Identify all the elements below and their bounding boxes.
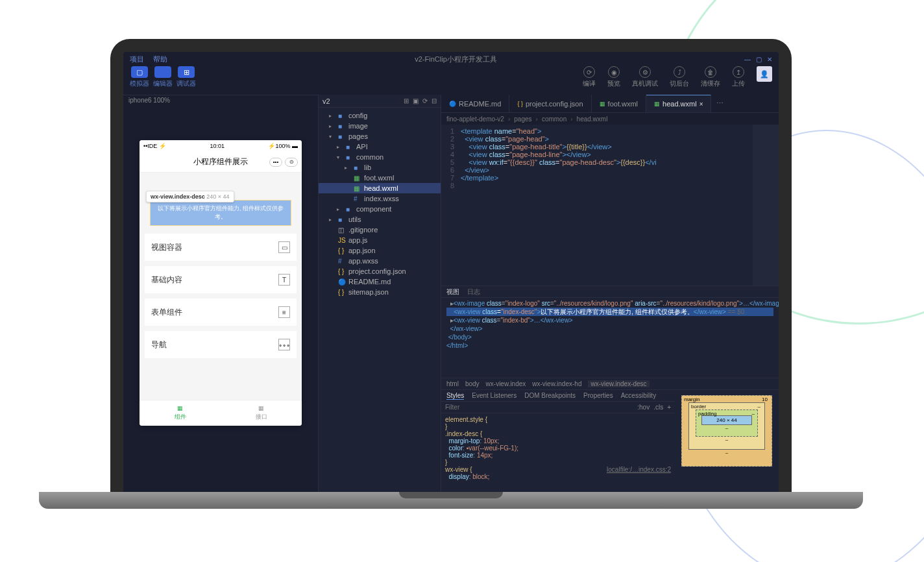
status-battery: ⚡100% ▬ [268, 143, 298, 149]
laptop-frame: 项目 帮助 v2-FinClip小程序开发工具 — ▢ ✕ ▢模拟器编辑器⊞调试… [110, 39, 792, 506]
tree-utils[interactable]: ▸■utils [319, 214, 441, 225]
styles-list[interactable]: element.style {}.index-desc {</span></di… [441, 413, 675, 493]
tree-API[interactable]: ▸■API [319, 141, 441, 152]
mode-调试器[interactable]: ⊞调试器 [176, 66, 196, 88]
ide-window: 项目 帮助 v2-FinClip小程序开发工具 — ▢ ✕ ▢模拟器编辑器⊞调试… [123, 52, 779, 493]
styletab-Styles[interactable]: Styles [446, 392, 464, 400]
close-icon[interactable]: ✕ [767, 56, 772, 63]
action-预览[interactable]: ◉预览 [607, 66, 620, 88]
phone-simulator: ••IDE ⚡ 10:01 ⚡100% ▬ 小程序组件展示 ••• ⊙ [140, 140, 302, 426]
action-切后台[interactable]: ⤴切后台 [670, 66, 689, 88]
menu-project[interactable]: 项目 [130, 55, 144, 64]
tree-app.wxss[interactable]: #app.wxss [319, 256, 441, 266]
tree-common[interactable]: ▾■common [319, 152, 441, 162]
tree-app.js[interactable]: JSapp.js [319, 235, 441, 245]
tree-index.wxss[interactable]: #index.wxss [319, 193, 441, 204]
styles-filter-input[interactable] [441, 404, 633, 411]
tab-接口[interactable]: ▦接口 [221, 400, 302, 426]
window-title: v2-FinClip小程序开发工具 [176, 55, 735, 64]
mode-编辑器[interactable]: 编辑器 [153, 66, 173, 88]
tree-foot.wxml[interactable]: ▦foot.wxml [319, 173, 441, 183]
devtab-视图[interactable]: 视图 [446, 287, 459, 297]
devtools-panel: 视图日志 ▸<wx-image class="index-logo" src="… [441, 286, 779, 493]
editor-pane: 🔵README.md{ }project.config.json▦foot.wx… [441, 95, 779, 493]
box-model: margin 10 border – padding – 240 × 44 [675, 390, 779, 493]
minimap[interactable] [753, 125, 779, 286]
simulator-panel: iphone6 100% ••IDE ⚡ 10:01 ⚡100% ▬ 小程序组件… [123, 95, 318, 493]
minimize-icon[interactable]: — [744, 56, 751, 63]
code-editor[interactable]: 1<template name="head">2 <view class="pa… [441, 125, 779, 286]
tree-.gitignore[interactable]: ◫.gitignore [319, 225, 441, 235]
tab-README.md[interactable]: 🔵README.md [441, 95, 509, 112]
elements-breadcrumb[interactable]: htmlbodywx-view.indexwx-view.index-hdwx-… [441, 378, 779, 389]
capsule-menu-icon[interactable]: ••• [269, 158, 282, 167]
tree-README.md[interactable]: 🔵README.md [319, 276, 441, 287]
tree-sitemap.json[interactable]: { }sitemap.json [319, 287, 441, 297]
styletab-Properties[interactable]: Properties [583, 392, 613, 399]
tab-foot.wxml[interactable]: ▦foot.wxml [592, 95, 646, 112]
file-explorer: v2 ⊞ ▣ ⟳ ⊟ ▸■config▸■image▾■pages▸■API▾■… [318, 95, 441, 493]
avatar[interactable]: 👤 [757, 66, 772, 82]
inspect-tooltip: wx-view.index-desc 240 × 44 [146, 191, 234, 202]
collapse-icon[interactable]: ⊟ [432, 97, 437, 104]
menu-item[interactable]: 导航∘∘∘ [145, 331, 297, 358]
simulator-device-label[interactable]: iphone6 100% [123, 95, 318, 108]
maximize-icon[interactable]: ▢ [756, 56, 762, 63]
devtab-日志[interactable]: 日志 [467, 287, 480, 297]
tree-pages[interactable]: ▾■pages [319, 131, 441, 141]
tree-image[interactable]: ▸■image [319, 121, 441, 131]
tree-project.config.json[interactable]: { }project.config.json [319, 266, 441, 276]
menu-help[interactable]: 帮助 [153, 55, 167, 64]
tree-component[interactable]: ▸■component [319, 204, 441, 214]
tab-组件[interactable]: ▦组件 [140, 400, 221, 426]
action-编译[interactable]: ⟳编译 [583, 66, 596, 88]
action-上传[interactable]: ↥上传 [732, 66, 745, 88]
styletab-Accessibility[interactable]: Accessibility [621, 392, 656, 399]
status-signal: ••IDE ⚡ [143, 143, 166, 149]
new-file-icon[interactable]: ⊞ [404, 97, 409, 104]
elements-tree[interactable]: ▸<wx-image class="index-logo" src="../re… [441, 298, 779, 378]
menubar: 项目 帮助 v2-FinClip小程序开发工具 — ▢ ✕ [123, 52, 779, 66]
laptop-base [39, 492, 863, 509]
mode-模拟器[interactable]: ▢模拟器 [130, 66, 149, 88]
status-time: 10:01 [210, 143, 225, 149]
tree-config[interactable]: ▸■config [319, 110, 441, 121]
menu-item[interactable]: 视图容器▭ [145, 234, 297, 261]
refresh-icon[interactable]: ⟳ [422, 97, 428, 104]
tab-overflow-icon[interactable]: ⋯ [711, 95, 729, 112]
tab-head.wxml[interactable]: ▦head.wxml× [646, 95, 711, 112]
menu-item[interactable]: 表单组件≡ [145, 299, 297, 326]
menu-item[interactable]: 基础内容T [145, 266, 297, 293]
action-清缓存[interactable]: 🗑清缓存 [701, 66, 720, 88]
action-真机调试[interactable]: ⚙真机调试 [632, 66, 658, 88]
inspected-element[interactable]: 以下将展示小程序官方组件能力, 组件样式仅供参考。 [150, 200, 291, 226]
toolbar: ▢模拟器编辑器⊞调试器 ⟳编译◉预览⚙真机调试⤴切后台🗑清缓存↥上传👤 [123, 66, 779, 95]
project-root[interactable]: v2 [322, 97, 330, 105]
page-title: 小程序组件展示 [193, 156, 248, 167]
tab-project.config.json[interactable]: { }project.config.json [509, 95, 591, 112]
new-folder-icon[interactable]: ▣ [413, 97, 419, 104]
breadcrumb[interactable]: fino-applet-demo-v2›pages›common›head.wx… [441, 113, 779, 125]
tree-lib[interactable]: ▸■lib [319, 162, 441, 173]
capsule-close-icon[interactable]: ⊙ [285, 158, 298, 167]
styletab-DOM Breakpoints[interactable]: DOM Breakpoints [524, 392, 576, 399]
tree-app.json[interactable]: { }app.json [319, 245, 441, 256]
tree-head.wxml[interactable]: ▦head.wxml [319, 183, 441, 193]
styletab-Event Listeners[interactable]: Event Listeners [472, 392, 517, 399]
